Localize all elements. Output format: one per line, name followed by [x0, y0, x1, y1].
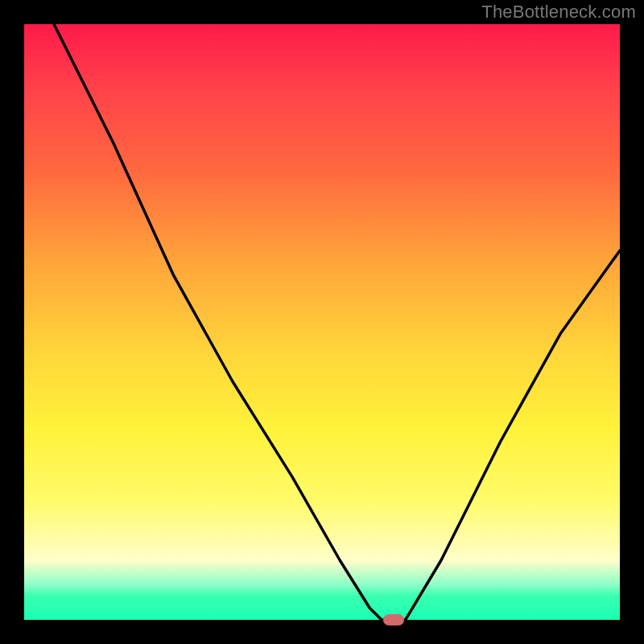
plot-area [24, 24, 620, 620]
bottleneck-curve [24, 24, 620, 620]
optimum-marker [383, 614, 404, 625]
watermark-label: TheBottleneck.com [481, 2, 636, 23]
curve-path [54, 24, 620, 620]
chart-container: TheBottleneck.com [0, 0, 644, 644]
